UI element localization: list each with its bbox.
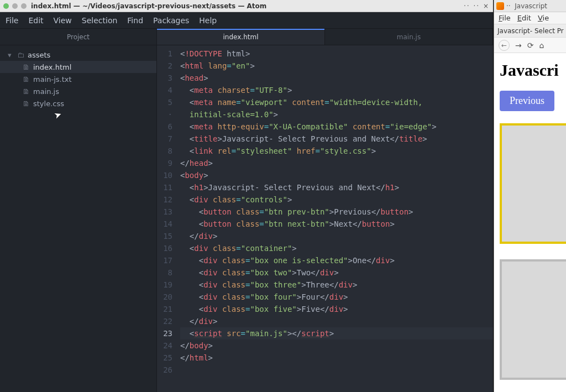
code-line[interactable]: <body> [180, 169, 493, 181]
code-line[interactable]: <div class="box five">Five</div> [180, 303, 493, 315]
code-line[interactable]: </head> [180, 157, 493, 169]
line-number: · [157, 108, 172, 121]
line-number: 12 [157, 194, 172, 206]
firefox-titlebar[interactable]: ·· Javascript [494, 0, 566, 12]
line-number: 9 [157, 157, 172, 169]
reload-button[interactable]: ⟳ [527, 41, 534, 50]
ff-menu-item[interactable]: Edit [517, 14, 531, 22]
line-number: 24 [157, 339, 172, 352]
box-four: Fo [500, 259, 566, 380]
firefox-logo-icon [496, 2, 504, 10]
menu-selection[interactable]: Selection [82, 16, 118, 25]
code-line[interactable]: <div class="box four">Four</div> [180, 291, 493, 303]
line-number: 22 [157, 315, 172, 327]
previous-button[interactable]: Previous [500, 91, 554, 111]
firefox-tab[interactable]: Javascript- Select Pr [494, 24, 566, 38]
tree-folder-assets[interactable]: ▾🗀assets [0, 49, 156, 61]
window-right-controls[interactable]: ·· ·· × [464, 2, 490, 10]
code-line[interactable]: <h1>Javascript- Select Previous and Next… [180, 181, 493, 194]
atom-window: index.html — ~/Videos/javascript-previou… [0, 0, 494, 392]
line-number: 15 [157, 230, 172, 242]
code-line[interactable]: <div class="box three">Three</div> [180, 279, 493, 291]
line-number: 19 [157, 279, 172, 291]
tree-header: Project [0, 29, 156, 45]
code-line[interactable]: initial-scale=1.0"> [180, 108, 493, 121]
line-number: 6 [157, 121, 172, 133]
line-number: 13 [157, 206, 172, 218]
menu-file[interactable]: File [6, 16, 18, 25]
code-line[interactable]: <html lang="en"> [180, 60, 493, 72]
line-number: 26 [157, 364, 172, 376]
window-control-icon[interactable] [12, 3, 18, 9]
ff-menu-item[interactable]: File [499, 14, 511, 22]
editor-tabs: index.htmlmain.js [157, 29, 493, 45]
firefox-toolbar: ← → ⟳ ⌂ [494, 38, 566, 53]
code-line[interactable]: <div class="container"> [180, 242, 493, 254]
menu-edit[interactable]: Edit [28, 16, 43, 25]
code-line[interactable]: <meta charset="UTF-8"> [180, 84, 493, 96]
tree-file[interactable]: 🗎style.css [0, 97, 156, 109]
firefox-title: Javascript [515, 2, 547, 10]
atom-menubar: FileEditViewSelectionFindPackagesHelp [0, 12, 493, 29]
window-title: index.html — ~/Videos/javascript-previou… [31, 2, 266, 10]
menu-packages[interactable]: Packages [153, 16, 189, 25]
line-number: 14 [157, 218, 172, 230]
code-line[interactable]: <button class="btn prev-btn">Previous</b… [180, 206, 493, 218]
menu-help[interactable]: Help [199, 16, 217, 25]
code-line[interactable]: <head> [180, 72, 493, 84]
code-line[interactable]: <script src="main.js"></script> [180, 327, 493, 339]
menu-find[interactable]: Find [127, 16, 143, 25]
firefox-menubar: FileEditVie [494, 12, 566, 24]
firefox-window: ·· Javascript FileEditVie Javascript- Se… [494, 0, 566, 392]
box-one: O [500, 123, 566, 244]
forward-button[interactable]: → [515, 41, 522, 50]
code-line[interactable]: <!DOCTYPE html> [180, 48, 493, 60]
code-line[interactable]: <link rel="stylesheet" href="style.css"> [180, 145, 493, 157]
line-number: 1 [157, 48, 172, 60]
tree-file[interactable]: 🗎main-js.txt [0, 73, 156, 85]
line-number: 17 [157, 254, 172, 266]
code-line[interactable]: </div> [180, 315, 493, 327]
menu-view[interactable]: View [54, 16, 72, 25]
code-line[interactable]: <meta http-equiv="X-UA-Compatible" conte… [180, 121, 493, 133]
code-area[interactable]: 12345·6789101112131415161781920212223242… [157, 45, 493, 392]
editor-tab[interactable]: main.js [325, 29, 493, 45]
line-number: 8 [157, 145, 172, 157]
tree-file[interactable]: 🗎index.html [0, 61, 156, 73]
code[interactable]: <!DOCTYPE html><html lang="en"><head> <m… [177, 45, 493, 392]
code-line[interactable]: <title>Javascript- Select Previous and N… [180, 133, 493, 145]
code-line[interactable]: </body> [180, 339, 493, 352]
code-line[interactable]: </html> [180, 352, 493, 364]
line-number: 21 [157, 303, 172, 315]
line-number: 2 [157, 60, 172, 72]
home-button[interactable]: ⌂ [539, 41, 544, 50]
tree-file[interactable]: 🗎main.js [0, 85, 156, 97]
editor-tab[interactable]: index.html [157, 29, 325, 45]
line-number: 25 [157, 352, 172, 364]
code-line[interactable]: <button class="btn next-btn">Next</butto… [180, 218, 493, 230]
line-number: 3 [157, 72, 172, 84]
firefox-title-fragment: ·· [506, 2, 515, 10]
line-number: 5 [157, 96, 172, 108]
line-number: 16 [157, 242, 172, 254]
back-button[interactable]: ← [499, 40, 510, 51]
firefox-tab-label: Javascript- Select Pr [497, 27, 564, 35]
editor-pane: index.htmlmain.js 12345·6789101112131415… [157, 29, 493, 392]
atom-titlebar[interactable]: index.html — ~/Videos/javascript-previou… [0, 0, 493, 12]
line-number: 23 [157, 327, 172, 339]
code-line[interactable]: <meta name="viewport" content="width=dev… [180, 96, 493, 108]
line-number: 4 [157, 84, 172, 96]
line-number: 20 [157, 291, 172, 303]
code-line[interactable]: <div class="controls"> [180, 194, 493, 206]
line-number: 10 [157, 169, 172, 181]
code-line[interactable]: <div class="box one is-selected">One</di… [180, 254, 493, 266]
code-line[interactable] [180, 364, 493, 376]
page-heading: Javascri [500, 61, 566, 80]
code-line[interactable]: </div> [180, 230, 493, 242]
code-line[interactable]: <div class="box two">Two</div> [180, 266, 493, 279]
line-number: 8 [157, 266, 172, 279]
ff-menu-item[interactable]: Vie [538, 14, 549, 22]
window-control-icon[interactable] [21, 3, 27, 9]
gutter: 12345·6789101112131415161781920212223242… [157, 45, 177, 392]
window-control-icon[interactable] [3, 3, 9, 9]
